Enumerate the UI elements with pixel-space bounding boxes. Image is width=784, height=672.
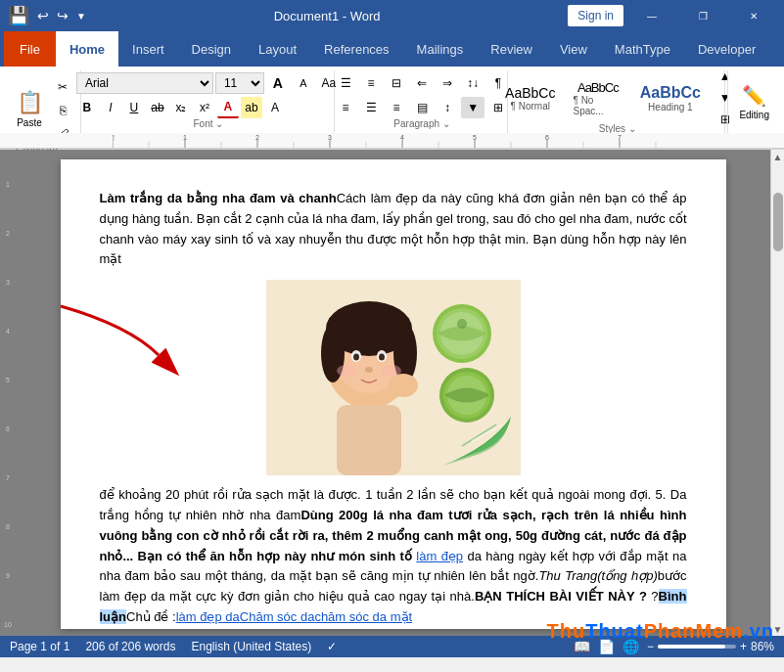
svg-point-47 [353, 354, 359, 361]
read-mode-icon[interactable]: 📖 [574, 639, 590, 654]
sort-button[interactable]: ↕↓ [461, 72, 484, 94]
tab-design[interactable]: Design [178, 31, 245, 67]
document-image[interactable] [266, 280, 521, 475]
minimize-button[interactable]: — [629, 0, 674, 31]
proofing-icon[interactable]: ✓ [327, 640, 337, 653]
tab-insert[interactable]: Insert [118, 31, 178, 67]
quick-access-arrow[interactable]: ▼ [76, 11, 86, 22]
cut-button[interactable]: ✂ [51, 76, 74, 98]
web-layout-icon[interactable]: 🌐 [623, 639, 639, 654]
document-page[interactable]: Làm trắng da bằng nha đam và chanhCách l… [61, 159, 726, 629]
font-group: Arial 11 A A Aa B I U ab x₂ x² A [83, 70, 335, 133]
svg-text:1: 1 [6, 181, 10, 188]
cta-text: BẠN THÍCH BÀI VIẾT NÀY ? [475, 589, 647, 604]
link-lam-dep-da[interactable]: làm đẹp da [176, 609, 240, 624]
italic-text: Thu Trang(tổng hợp) [538, 568, 657, 583]
tag-text: Chủ đề : [126, 609, 176, 624]
zoom-in-button[interactable]: + [740, 640, 747, 653]
svg-text:4: 4 [400, 134, 404, 141]
bold-button[interactable]: B [76, 97, 98, 118]
bullet-list-button[interactable]: ☰ [334, 72, 357, 94]
svg-text:10: 10 [4, 621, 12, 627]
editing-button[interactable]: ✏️ Editing [734, 76, 774, 127]
tab-layout[interactable]: Layout [245, 31, 310, 67]
paste-button[interactable]: 📋 Paste [10, 83, 49, 134]
copy-button[interactable]: ⎘ [51, 100, 74, 121]
link-cham-soc-da-mat[interactable]: chăm sóc da mặt [314, 609, 412, 624]
highlight-color-button[interactable]: ab [241, 97, 262, 118]
shading-button[interactable]: ▼ [461, 97, 484, 118]
tab-mathtype[interactable]: MathType [601, 31, 684, 67]
scrollbar-thumb[interactable] [773, 193, 783, 251]
tab-file[interactable]: File [4, 31, 56, 67]
title-bar-left: 💾 ↩ ↪ ▼ [8, 5, 86, 26]
tab-home[interactable]: Home [56, 31, 118, 67]
ribbon: File Home Insert Design Layout Reference… [0, 31, 784, 150]
styles-group: AaBbCc ¶ Normal AaBbCc ¶ No Spac... AaBb… [510, 70, 725, 133]
font-size-select[interactable]: 11 [215, 72, 264, 94]
svg-text:4: 4 [6, 328, 10, 335]
tab-review[interactable]: Review [477, 31, 546, 67]
vertical-scrollbar[interactable]: ▲ ▼ [770, 150, 784, 636]
justify-button[interactable]: ▤ [410, 97, 434, 118]
grow-font-button[interactable]: A [266, 72, 290, 94]
scroll-up-button[interactable]: ▲ [771, 150, 785, 163]
multilevel-list-button[interactable]: ⊟ [385, 72, 408, 94]
superscript-button[interactable]: x² [194, 97, 215, 118]
tab-view[interactable]: View [546, 31, 601, 67]
close-button[interactable]: ✕ [731, 0, 776, 31]
tab-developer[interactable]: Developer [684, 31, 769, 67]
font-name-select[interactable]: Arial [76, 72, 213, 94]
italic-button[interactable]: I [100, 97, 121, 118]
tab-references[interactable]: References [310, 31, 402, 67]
font-color-button[interactable]: A [217, 97, 239, 118]
styles-gallery: AaBbCc ¶ Normal AaBbCc ¶ No Spac... AaBb… [498, 72, 737, 123]
line-spacing-button[interactable]: ↕ [436, 97, 459, 118]
document-area: 1 2 3 4 5 6 7 8 9 10 L [0, 150, 784, 636]
link-cham-soc-da[interactable]: Chăm sóc da [240, 609, 315, 624]
restore-button[interactable]: ❐ [680, 0, 725, 31]
sign-in-button[interactable]: Sign in [568, 5, 623, 26]
align-right-button[interactable]: ≡ [385, 97, 408, 118]
zoom-control[interactable]: − + 86% [647, 640, 774, 653]
style-normal-label: ¶ Normal [511, 101, 550, 112]
svg-point-57 [457, 319, 467, 329]
tabs-row: File Home Insert Design Layout Reference… [0, 31, 784, 67]
font-bg-button[interactable]: A [264, 97, 286, 118]
svg-rect-52 [337, 405, 401, 475]
align-center-button[interactable]: ☰ [359, 97, 383, 118]
editing-label: Editing [739, 110, 769, 120]
subscript-button[interactable]: x₂ [170, 97, 192, 118]
align-left-button[interactable]: ≡ [334, 97, 357, 118]
shrink-font-button[interactable]: A [292, 72, 315, 94]
redo-btn[interactable]: ↪ [57, 8, 69, 23]
style-heading1-label: Heading 1 [648, 102, 693, 112]
strikethrough-button[interactable]: ab [147, 97, 168, 118]
undo-btn[interactable]: ↩ [37, 8, 49, 23]
zoom-slider[interactable] [658, 645, 736, 649]
paragraph-label: Paragraph ⌄ [393, 118, 449, 131]
paragraph-group: ☰ ≡ ⊟ ⇐ ⇒ ↕↓ ¶ ≡ ☰ ≡ ▤ ↕ ▼ ⊞ P [337, 70, 509, 133]
style-heading1[interactable]: AaBbCc Heading 1 [633, 74, 707, 121]
tab-help[interactable]: Help [769, 31, 784, 67]
print-layout-icon[interactable]: 📄 [598, 639, 615, 654]
decrease-indent-button[interactable]: ⇐ [410, 72, 434, 94]
font-name-row: Arial 11 A A Aa [76, 72, 341, 94]
document-paragraph-title: Làm trắng da bằng nha đam và chanhCách l… [100, 189, 687, 270]
scroll-down-button[interactable]: ▼ [771, 622, 785, 636]
underline-button[interactable]: U [123, 97, 145, 118]
title-bar: 💾 ↩ ↪ ▼ Document1 - Word Sign in — ❐ ✕ [0, 0, 784, 31]
svg-text:7: 7 [6, 474, 10, 481]
svg-point-49 [365, 367, 373, 373]
zoom-out-button[interactable]: − [647, 640, 654, 653]
style-normal[interactable]: AaBbCc ¶ Normal [498, 74, 562, 121]
increase-indent-button[interactable]: ⇒ [436, 72, 459, 94]
numbered-list-button[interactable]: ≡ [359, 72, 383, 94]
link-lam-dep[interactable]: làm đẹp [416, 549, 463, 563]
style-no-spacing[interactable]: AaBbCc ¶ No Spac... [565, 74, 632, 121]
svg-text:2: 2 [113, 134, 115, 141]
tab-mailings[interactable]: Mailings [403, 31, 478, 67]
svg-point-50 [337, 365, 356, 377]
style-no-spacing-preview: AaBbCc [577, 80, 619, 95]
zoom-percent[interactable]: 86% [751, 640, 774, 653]
